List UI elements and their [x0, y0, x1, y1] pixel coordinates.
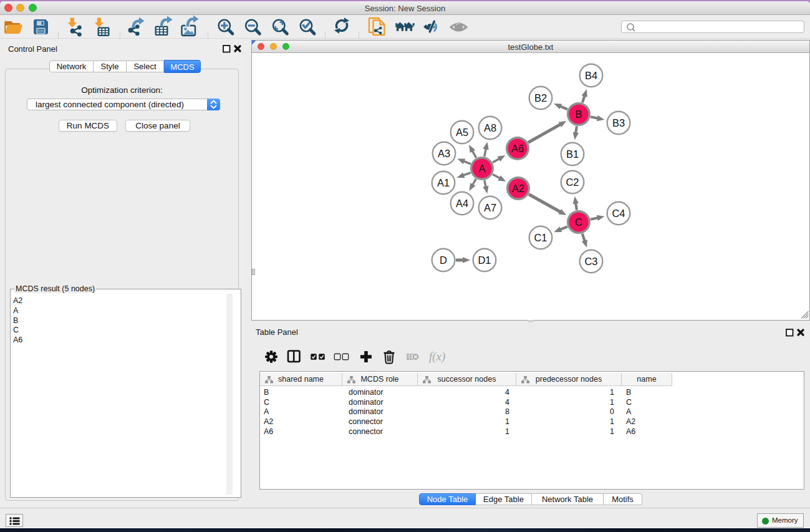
- svg-text:B3: B3: [612, 117, 625, 128]
- svg-text:B4: B4: [585, 70, 597, 81]
- svg-text:C: C: [575, 216, 582, 228]
- svg-text:A: A: [478, 163, 485, 174]
- svg-text:A5: A5: [456, 127, 468, 138]
- svg-text:B1: B1: [566, 148, 579, 160]
- svg-text:A3: A3: [438, 148, 450, 159]
- svg-text:A2: A2: [512, 183, 524, 194]
- svg-text:B2: B2: [534, 92, 547, 104]
- svg-text:A4: A4: [456, 198, 468, 209]
- svg-text:B: B: [575, 109, 582, 120]
- svg-text:A7: A7: [484, 202, 496, 213]
- svg-text:D: D: [440, 254, 447, 266]
- svg-text:A6: A6: [511, 143, 524, 154]
- svg-text:C2: C2: [566, 177, 579, 188]
- svg-text:C3: C3: [584, 256, 597, 267]
- svg-text:C1: C1: [534, 232, 547, 243]
- svg-text:D1: D1: [478, 254, 491, 266]
- svg-text:A8: A8: [484, 122, 496, 133]
- svg-text:C4: C4: [612, 208, 625, 219]
- svg-text:A1: A1: [437, 177, 450, 188]
- svg-text:f(x): f(x): [429, 350, 445, 364]
